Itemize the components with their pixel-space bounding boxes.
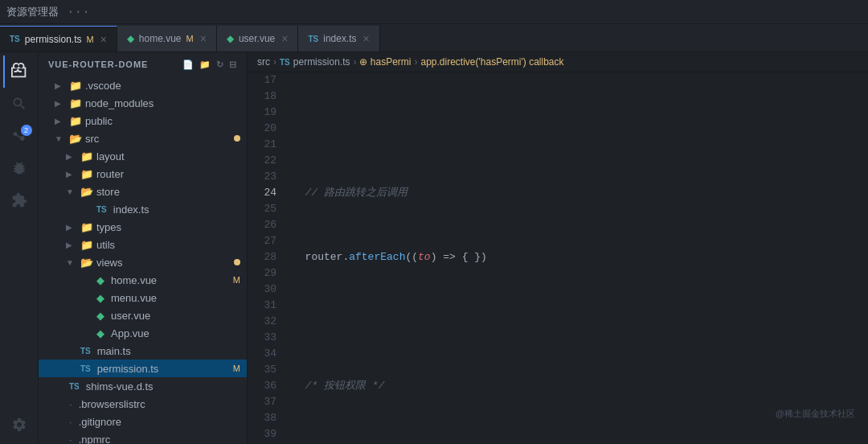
sidebar-title: 资源管理器 xyxy=(6,5,59,19)
code-line-21: /* 按钮权限 */ xyxy=(286,378,868,394)
tab-label-home: home.vue xyxy=(139,33,182,44)
folder-icon-vscode: 📁 xyxy=(69,80,82,92)
tab-icon-index: TS xyxy=(308,35,318,43)
breadcrumb: src › TS permission.ts › ⊕ hasPermi › ap… xyxy=(248,52,868,72)
activity-source-control[interactable]: 2 xyxy=(3,120,35,152)
tree-gitignore[interactable]: · .gitignore xyxy=(39,413,247,430)
new-file-icon[interactable]: 📄 xyxy=(182,60,194,70)
activity-settings[interactable] xyxy=(3,409,35,441)
chevron-utils xyxy=(66,240,77,249)
breadcrumb-permission: permission.ts xyxy=(293,56,350,68)
breadcrumb-sep1: › xyxy=(273,56,276,68)
tree-label-node-modules: node_modules xyxy=(85,97,154,109)
tab-icon-vue: ◆ xyxy=(127,33,134,44)
tree-shims[interactable]: TS shims-vue.d.ts xyxy=(39,377,247,395)
tree-user-vue[interactable]: ◆ user.vue xyxy=(39,306,247,324)
tree-node-modules[interactable]: 📁 node_modules xyxy=(39,94,247,112)
code-token: router. xyxy=(293,249,349,265)
tab-close-user[interactable]: × xyxy=(281,32,288,45)
tree-label-user-vue: user.vue xyxy=(111,310,150,322)
title-bar: 资源管理器 ··· xyxy=(0,0,868,24)
ln-22: 22 xyxy=(248,153,276,169)
code-line-20 xyxy=(286,314,868,330)
tab-icon-ts: TS xyxy=(10,35,20,43)
activity-bar: 2 xyxy=(0,52,39,444)
tree-label-public: public xyxy=(85,115,113,127)
tree-public[interactable]: 📁 public xyxy=(39,112,247,130)
collapse-icon[interactable]: ⊟ xyxy=(229,60,237,70)
chevron-store xyxy=(66,187,77,196)
tree-label-menu-vue: menu.vue xyxy=(111,292,157,304)
refresh-icon[interactable]: ↻ xyxy=(216,60,224,70)
permission-modified-m: M xyxy=(233,364,240,373)
chevron-vscode xyxy=(55,81,66,90)
tree-router[interactable]: 📁 router xyxy=(39,165,247,183)
ln-23: 23 xyxy=(248,169,276,185)
tree-npmrc[interactable]: · .npmrc xyxy=(39,430,247,444)
home-modified-m: M xyxy=(233,275,240,285)
tab-index[interactable]: TS index.ts × xyxy=(298,26,379,51)
code-line-17 xyxy=(286,121,868,137)
ln-32: 32 xyxy=(248,314,276,330)
ln-34: 34 xyxy=(248,346,276,362)
chevron-types xyxy=(66,223,77,232)
tree-label-permission-ts: permission.ts xyxy=(97,363,159,375)
tree-menu-vue[interactable]: ◆ menu.vue xyxy=(39,289,247,306)
main-area: 2 VUE-ROUTER-DOME 📄 📁 ↻ ⊟ 📁 .vscode xyxy=(0,52,868,444)
tree-vscode[interactable]: 📁 .vscode xyxy=(39,76,247,94)
ln-26: 26 xyxy=(248,217,276,233)
tree-views[interactable]: 📂 views xyxy=(39,253,247,271)
project-name: VUE-ROUTER-DOME xyxy=(48,60,148,69)
ln-19: 19 xyxy=(248,105,276,121)
tree-types[interactable]: 📁 types xyxy=(39,218,247,236)
tab-label-permission: permission.ts xyxy=(25,34,82,45)
tree-store[interactable]: 📂 store xyxy=(39,183,247,200)
chevron-node-modules xyxy=(55,99,66,108)
tab-close-permission[interactable]: × xyxy=(100,33,107,46)
breadcrumb-sep3: › xyxy=(415,56,418,68)
tree-layout[interactable]: 📁 layout xyxy=(39,147,247,165)
sidebar-header-icons: 📄 📁 ↻ ⊟ xyxy=(182,60,237,70)
code-token: afterEach xyxy=(349,249,405,265)
title-dots[interactable]: ··· xyxy=(67,5,90,19)
code-lines: // 路由跳转之后调用 router.afterEach((to) => { }… xyxy=(286,72,868,444)
tab-home[interactable]: ◆ home.vue M × xyxy=(117,26,217,51)
tab-close-home[interactable]: × xyxy=(200,32,207,45)
ts-icon-store-index: TS xyxy=(96,205,107,214)
tree-utils[interactable]: 📁 utils xyxy=(39,236,247,253)
chevron-public xyxy=(55,117,66,125)
activity-search[interactable] xyxy=(3,88,35,120)
ts-icon-main: TS xyxy=(80,347,91,356)
folder-icon-store: 📂 xyxy=(80,186,93,198)
activity-explorer[interactable] xyxy=(3,56,35,88)
tree-label-vscode: .vscode xyxy=(85,80,121,92)
ts-icon-permission: TS xyxy=(80,364,91,373)
tab-permission[interactable]: TS permission.ts M × xyxy=(0,26,117,51)
tab-user[interactable]: ◆ user.vue × xyxy=(217,26,299,51)
tree-browserslist[interactable]: · .browserslistrc xyxy=(39,395,247,413)
new-folder-icon[interactable]: 📁 xyxy=(199,60,211,70)
activity-extensions[interactable] xyxy=(3,184,35,216)
tree-store-index[interactable]: TS index.ts xyxy=(39,200,247,218)
ln-28: 28 xyxy=(248,249,276,265)
tree-label-main-ts: main.ts xyxy=(97,345,131,357)
editor-content[interactable]: 17 18 19 20 21 22 23 24 25 26 27 28 29 3… xyxy=(248,72,868,444)
tab-bar: TS permission.ts M × ◆ home.vue M × ◆ us… xyxy=(0,24,868,52)
tab-close-index[interactable]: × xyxy=(363,32,370,45)
tree-home-vue[interactable]: ◆ home.vue M xyxy=(39,271,247,289)
tree-permission-ts[interactable]: TS permission.ts M xyxy=(39,360,247,377)
ln-31: 31 xyxy=(248,298,276,314)
tree-label-utils: utils xyxy=(96,239,115,251)
tab-modified-home: M xyxy=(186,34,194,43)
tab-icon-user: ◆ xyxy=(227,33,234,44)
sidebar: VUE-ROUTER-DOME 📄 📁 ↻ ⊟ 📁 .vscode 📁 node… xyxy=(39,52,248,444)
tree-app-vue[interactable]: ◆ App.vue xyxy=(39,324,247,342)
code-line-19: router.afterEach((to) => { }) xyxy=(286,249,868,265)
ln-24: 24 xyxy=(248,185,276,201)
views-modified-dot xyxy=(234,259,240,265)
tree-src[interactable]: 📂 src xyxy=(39,130,247,147)
dot-icon-gitignore: · xyxy=(69,416,72,428)
tree-main-ts[interactable]: TS main.ts xyxy=(39,342,247,360)
activity-debug[interactable] xyxy=(3,152,35,184)
code-token: ) => { }) xyxy=(431,249,487,265)
